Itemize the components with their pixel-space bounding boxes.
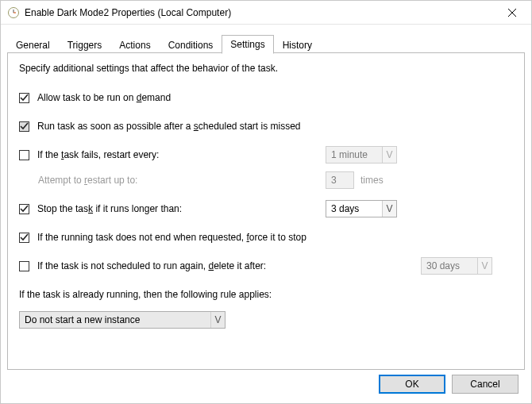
ok-button[interactable]: OK [379, 375, 445, 394]
run-asap-row: Run task as soon as possible after a sch… [19, 117, 513, 136]
dialog-buttons: OK Cancel [379, 375, 519, 394]
stop-long-checkbox[interactable] [19, 204, 29, 214]
chevron-down-icon: V [382, 147, 396, 163]
delete-after-checkbox[interactable] [19, 261, 29, 271]
instance-rule-dropdown[interactable]: Do not start a new instance V [19, 311, 226, 329]
attempt-count-input: 3 [326, 171, 354, 189]
close-icon [508, 9, 516, 17]
delete-after-row: If the task is not scheduled to run agai… [19, 256, 513, 275]
titlebar: Enable Dark Mode2 Properties (Local Comp… [1, 1, 531, 25]
tab-history[interactable]: History [274, 36, 321, 54]
window-title: Enable Dark Mode2 Properties (Local Comp… [25, 7, 496, 18]
restart-interval-dropdown: 1 minute V [326, 146, 397, 164]
run-asap-checkbox[interactable] [19, 121, 29, 132]
allow-on-demand-row: Allow task to be run on demand [19, 88, 513, 107]
stop-long-label: Stop the task if it runs longer than: [37, 203, 182, 214]
tab-conditions[interactable]: Conditions [160, 36, 222, 54]
chevron-down-icon: V [477, 258, 492, 274]
rule-combo-row: Do not start a new instance V [19, 310, 513, 329]
chevron-down-icon[interactable]: V [382, 201, 396, 217]
chevron-down-icon[interactable]: V [210, 312, 225, 328]
delete-after-dropdown: 30 days V [421, 257, 492, 275]
close-button[interactable] [496, 2, 528, 24]
force-stop-row: If the running task does not end when re… [19, 228, 513, 247]
settings-heading: Specify additional settings that affect … [19, 63, 513, 74]
properties-dialog: Enable Dark Mode2 Properties (Local Comp… [0, 0, 532, 404]
cancel-button[interactable]: Cancel [452, 375, 519, 394]
tab-strip: General Triggers Actions Conditions Sett… [7, 34, 525, 53]
stop-long-dropdown[interactable]: 3 days V [326, 200, 397, 217]
attempt-label: Attempt to restart up to: [38, 175, 137, 186]
tab-triggers[interactable]: Triggers [59, 36, 111, 54]
delete-after-label: If the task is not scheduled to run agai… [37, 260, 266, 271]
tab-actions[interactable]: Actions [110, 36, 159, 54]
attempt-row: Attempt to restart up to: 3 times [19, 171, 513, 190]
settings-panel: Specify additional settings that affect … [7, 52, 525, 370]
stop-long-row: Stop the task if it runs longer than: 3 … [19, 199, 513, 218]
attempt-unit: times [360, 175, 384, 186]
if-fails-checkbox[interactable] [19, 150, 29, 160]
if-fails-label: If the task fails, restart every: [37, 149, 159, 160]
force-stop-checkbox[interactable] [19, 233, 29, 243]
force-stop-label: If the running task does not end when re… [37, 232, 306, 243]
rule-label-row: If the task is already running, then the… [19, 285, 513, 304]
allow-on-demand-label: Allow task to be run on demand [37, 92, 171, 103]
tab-settings[interactable]: Settings [222, 35, 273, 54]
tab-container: General Triggers Actions Conditions Sett… [1, 25, 531, 370]
task-scheduler-icon [7, 6, 20, 19]
if-fails-row: If the task fails, restart every: 1 minu… [19, 145, 513, 164]
run-asap-label: Run task as soon as possible after a sch… [37, 121, 301, 132]
tab-general[interactable]: General [7, 36, 59, 54]
allow-on-demand-checkbox[interactable] [19, 93, 29, 103]
rule-label: If the task is already running, then the… [19, 289, 272, 300]
